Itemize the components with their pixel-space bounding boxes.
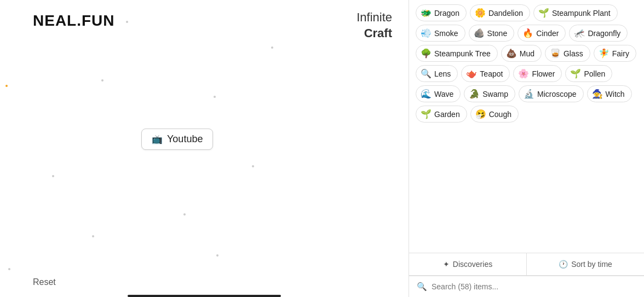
youtube-element[interactable]: 📺 Youtube <box>141 129 213 150</box>
element-chip[interactable]: 🪨Stone <box>469 25 515 42</box>
element-emoji: 🌱 <box>538 8 549 18</box>
bottom-bar <box>128 295 281 297</box>
element-emoji: 🐲 <box>421 8 432 18</box>
element-emoji: 🌱 <box>570 68 581 79</box>
infinite-craft-logo: InfiniteCraft <box>357 10 392 41</box>
dot-decoration <box>126 21 128 23</box>
element-chip[interactable]: 🦟Dragonfly <box>569 25 628 42</box>
elements-grid: 🐲Dragon🌼Dandelion🌱Steampunk Plant💨Smoke🪨… <box>416 4 637 125</box>
element-chip[interactable]: 🌼Dandelion <box>470 4 530 21</box>
element-chip[interactable]: 🫖Teapot <box>461 65 510 82</box>
element-emoji: 🌳 <box>421 48 432 59</box>
element-chip[interactable]: 🌳Steampunk Tree <box>416 45 498 62</box>
element-label: Cough <box>489 110 511 119</box>
search-bar: 🔍 <box>409 276 644 297</box>
element-chip[interactable]: 🌱Pollen <box>565 65 612 82</box>
element-label: Mud <box>520 49 534 58</box>
element-emoji: 💨 <box>421 28 432 38</box>
element-label: Fairy <box>612 49 629 58</box>
sidebar-tabs: ✦ Discoveries 🕐 Sort by time <box>409 253 644 276</box>
element-chip[interactable]: 🔥Cinder <box>518 25 566 42</box>
craft-canvas: NEAL.FUN InfiniteCraft 📺 Youtube Reset <box>0 0 409 297</box>
dot-decoration <box>216 254 219 257</box>
element-label: Witch <box>606 90 625 98</box>
dot-decoration <box>52 175 54 177</box>
element-emoji: 🪨 <box>474 28 485 38</box>
youtube-emoji: 📺 <box>152 134 163 144</box>
discoveries-tab[interactable]: ✦ Discoveries <box>409 253 527 275</box>
element-label: Glass <box>564 49 583 58</box>
neal-fun-logo[interactable]: NEAL.FUN <box>33 12 115 30</box>
element-label: Teapot <box>480 69 503 78</box>
element-chip[interactable]: 🌊Wave <box>416 85 461 102</box>
element-emoji: 🔥 <box>522 28 533 38</box>
element-chip[interactable]: 🤧Cough <box>470 106 519 123</box>
element-label: Pollen <box>584 69 605 78</box>
element-emoji: 🧚 <box>599 48 610 59</box>
element-chip[interactable]: 💨Smoke <box>416 25 465 42</box>
sort-label: Sort by time <box>571 260 612 269</box>
element-chip[interactable]: 🧚Fairy <box>594 45 636 62</box>
discoveries-icon: ✦ <box>443 260 450 269</box>
element-emoji: 🌸 <box>518 68 529 79</box>
element-emoji: 🥃 <box>550 48 561 59</box>
element-emoji: 🧙 <box>592 89 603 99</box>
element-chip[interactable]: 🧙Witch <box>587 85 632 102</box>
sort-by-time-tab[interactable]: 🕐 Sort by time <box>527 253 644 275</box>
element-label: Garden <box>434 110 460 119</box>
elements-list[interactable]: 🐲Dragon🌼Dandelion🌱Steampunk Plant💨Smoke🪨… <box>409 0 644 253</box>
element-emoji: 🌱 <box>421 109 432 119</box>
search-icon: 🔍 <box>417 282 427 292</box>
element-emoji: 🐊 <box>469 89 480 99</box>
dot-decoration <box>271 46 273 49</box>
element-chip[interactable]: 💩Mud <box>501 45 542 62</box>
element-chip[interactable]: 🐊Swamp <box>464 85 515 102</box>
element-chip[interactable]: 🥃Glass <box>545 45 590 62</box>
element-label: Steampunk Tree <box>434 49 491 58</box>
element-label: Cinder <box>536 29 559 38</box>
element-emoji: 🔬 <box>524 89 534 99</box>
element-label: Microscope <box>537 90 577 98</box>
element-label: Steampunk Plant <box>552 9 611 18</box>
dot-decoration <box>101 79 104 81</box>
element-label: Dandelion <box>488 9 523 18</box>
search-input[interactable] <box>432 282 636 291</box>
element-label: Wave <box>434 90 453 98</box>
element-chip[interactable]: 🔬Microscope <box>519 85 584 102</box>
element-emoji: 💩 <box>506 48 517 59</box>
element-emoji: 🦟 <box>574 28 585 38</box>
element-label: Stone <box>487 29 508 38</box>
element-emoji: 🤧 <box>475 109 486 119</box>
element-chip[interactable]: 🌱Steampunk Plant <box>533 4 618 21</box>
element-emoji: 🌊 <box>421 89 432 99</box>
element-label: Smoke <box>434 29 458 38</box>
dot-decoration <box>214 96 216 98</box>
element-label: Dragon <box>434 9 459 18</box>
sidebar: 🐲Dragon🌼Dandelion🌱Steampunk Plant💨Smoke🪨… <box>409 0 644 297</box>
element-chip[interactable]: 🔍Lens <box>416 65 458 82</box>
element-emoji: 🌼 <box>475 8 486 18</box>
dot-decoration <box>8 268 10 270</box>
element-label: Swamp <box>482 90 508 98</box>
discoveries-label: Discoveries <box>453 260 492 269</box>
dot-decoration <box>92 235 94 237</box>
youtube-label: Youtube <box>167 133 203 145</box>
element-label: Lens <box>434 69 451 78</box>
dot-decoration <box>252 165 254 167</box>
element-label: Dragonfly <box>588 29 620 38</box>
element-label: Flower <box>532 69 555 78</box>
element-emoji: 🔍 <box>421 68 432 79</box>
element-chip[interactable]: 🌱Garden <box>416 106 467 123</box>
dot-decoration <box>5 85 8 87</box>
dot-decoration <box>183 213 186 216</box>
element-chip[interactable]: 🐲Dragon <box>416 4 467 21</box>
element-chip[interactable]: 🌸Flower <box>513 65 562 82</box>
reset-button[interactable]: Reset <box>33 277 56 287</box>
clock-icon: 🕐 <box>559 260 568 269</box>
element-emoji: 🫖 <box>466 68 477 79</box>
